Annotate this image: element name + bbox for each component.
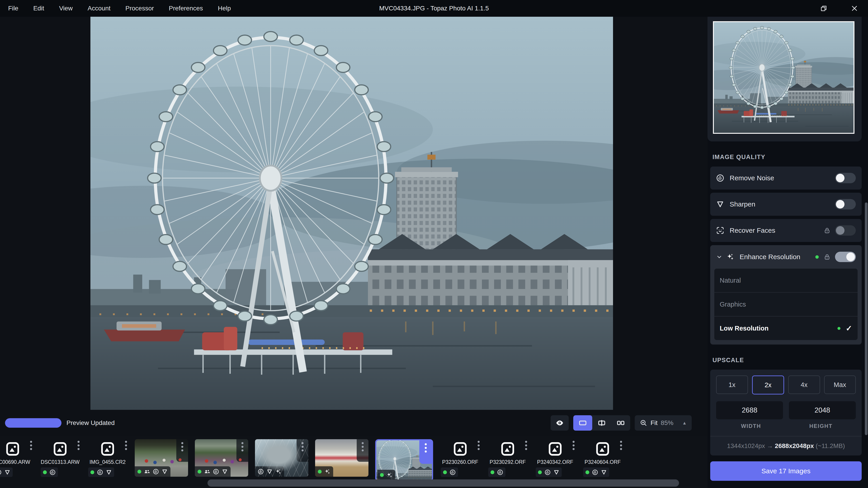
image-placeholder-icon <box>100 442 115 456</box>
filmstrip-item[interactable]: DSC01313.ARW <box>40 439 81 477</box>
noise-icon <box>153 468 159 475</box>
filmstrip-item[interactable]: P3240342.ORF <box>535 439 576 477</box>
filmstrip-item[interactable] <box>135 439 188 477</box>
item-badges <box>488 467 505 477</box>
item-menu-icon[interactable] <box>477 439 480 452</box>
recover-faces-toggle[interactable] <box>835 225 856 236</box>
item-menu-icon[interactable] <box>620 439 622 452</box>
sharpen-icon <box>601 469 607 475</box>
item-menu-icon[interactable] <box>297 439 308 462</box>
item-menu-icon[interactable] <box>237 439 248 462</box>
item-menu-icon[interactable] <box>176 439 188 462</box>
filmstrip-item[interactable]: P3240604.ORF <box>582 439 623 477</box>
item-badges <box>536 467 562 477</box>
item-badges <box>88 467 114 477</box>
scale-max-button[interactable]: Max <box>824 376 856 394</box>
enhance-resolution-row[interactable]: Enhance Resolution <box>710 245 862 269</box>
recover-faces-row[interactable]: Recover Faces <box>710 219 862 242</box>
zoom-value: 85% <box>661 419 673 427</box>
main-area: Preview Updated Fit 85% <box>0 17 708 488</box>
fit-label: Fit <box>651 419 657 427</box>
item-badges <box>315 466 333 477</box>
status-dot-icon <box>197 470 202 474</box>
status-dot-icon <box>90 470 94 474</box>
mode-low-resolution[interactable]: Low Resolution ✓ <box>714 316 858 340</box>
scale-4x-button[interactable]: 4x <box>788 376 820 394</box>
width-field[interactable]: 2688 <box>716 401 783 419</box>
status-dot-icon <box>837 327 840 330</box>
filmstrip-item[interactable]: SC00690.ARW <box>0 439 33 477</box>
remove-noise-toggle[interactable] <box>835 173 856 183</box>
menu-preferences[interactable]: Preferences <box>169 5 203 12</box>
view-side-by-side-button[interactable] <box>611 415 630 431</box>
item-filename: P3240604.ORF <box>585 459 621 465</box>
image-placeholder-icon <box>500 442 515 456</box>
menu-view[interactable]: View <box>59 5 72 12</box>
item-menu-icon[interactable] <box>30 439 32 452</box>
item-filename: P3230260.ORF <box>442 459 478 465</box>
noise-icon <box>716 174 724 182</box>
size-from: 1344x1024px <box>727 442 765 449</box>
check-icon: ✓ <box>846 324 852 333</box>
scale-1x-button[interactable]: 1x <box>716 376 748 394</box>
scale-options: 1x 2x 4x Max <box>716 376 856 394</box>
scale-2x-button[interactable]: 2x <box>752 376 784 394</box>
panel-scrollbar[interactable] <box>865 202 868 435</box>
item-filename: SC00690.ARW <box>0 459 30 465</box>
sharpen-icon <box>222 468 228 475</box>
navigator-thumbnail[interactable] <box>713 21 855 134</box>
item-menu-icon[interactable] <box>572 439 575 452</box>
restore-button[interactable] <box>820 5 827 12</box>
filmstrip-item[interactable] <box>315 439 368 477</box>
item-badges <box>255 466 284 477</box>
item-badges <box>583 467 609 477</box>
item-menu-icon[interactable] <box>419 440 432 464</box>
menu-account[interactable]: Account <box>88 5 111 12</box>
status-dot-icon <box>137 470 141 474</box>
filmstrip-item[interactable]: P3230292.ORF <box>487 439 528 477</box>
item-menu-icon[interactable] <box>125 439 127 452</box>
sharpen-label: Sharpen <box>730 200 755 208</box>
status-dot-icon <box>538 470 542 474</box>
item-menu-icon[interactable] <box>78 439 80 452</box>
enhance-resolution-card: Enhance Resolution Natural Graphics Low … <box>710 245 862 345</box>
menu-file[interactable]: File <box>8 5 18 12</box>
item-menu-icon[interactable] <box>357 439 368 462</box>
zoom-control[interactable]: Fit 85% ▲ <box>635 415 692 431</box>
filmstrip-item[interactable] <box>255 439 308 477</box>
mode-natural[interactable]: Natural <box>714 269 858 292</box>
sharpen-icon <box>162 468 168 475</box>
section-upscale: UPSCALE <box>712 357 862 364</box>
sharpen-toggle[interactable] <box>835 199 856 209</box>
chevron-down-icon[interactable] <box>716 254 722 260</box>
filmstrip-item[interactable] <box>195 439 248 477</box>
filmstrip-item-selected[interactable] <box>375 439 433 481</box>
view-single-button[interactable] <box>573 415 592 431</box>
item-menu-icon[interactable] <box>525 439 527 452</box>
enhance-icon <box>386 472 393 478</box>
view-split-button[interactable] <box>592 415 611 431</box>
menu-processor[interactable]: Processor <box>125 5 154 12</box>
preview-original-button[interactable] <box>551 415 569 431</box>
image-placeholder-icon <box>5 442 20 456</box>
menu-help[interactable]: Help <box>218 5 231 12</box>
filmstrip-item[interactable]: IMG_0455.CR2 <box>87 439 128 477</box>
mode-graphics[interactable]: Graphics <box>714 292 858 316</box>
save-images-button[interactable]: Save 17 Images <box>710 461 862 481</box>
height-field[interactable]: 2048 <box>789 401 856 419</box>
item-filename: P3240342.ORF <box>537 459 573 465</box>
menu-edit[interactable]: Edit <box>33 5 44 12</box>
view-mode-switcher <box>573 415 630 431</box>
status-dot-icon <box>815 255 819 259</box>
enhance-resolution-toggle[interactable] <box>835 252 856 262</box>
item-filename: DSC01313.ARW <box>41 459 80 465</box>
zoom-dropdown-arrow-icon[interactable]: ▲ <box>682 420 687 426</box>
sharpen-row[interactable]: Sharpen <box>710 193 862 216</box>
upscale-card: 1x 2x 4x Max 2688 2048 WIDTH HEIGHT 1344… <box>710 369 862 455</box>
status-dot-icon <box>585 470 589 474</box>
filmstrip-item[interactable]: P3230260.ORF <box>440 439 480 477</box>
item-filename: P3230292.ORF <box>490 459 526 465</box>
remove-noise-row[interactable]: Remove Noise <box>710 166 862 190</box>
close-button[interactable] <box>851 5 858 12</box>
filmstrip-scrollbar[interactable] <box>208 480 679 487</box>
